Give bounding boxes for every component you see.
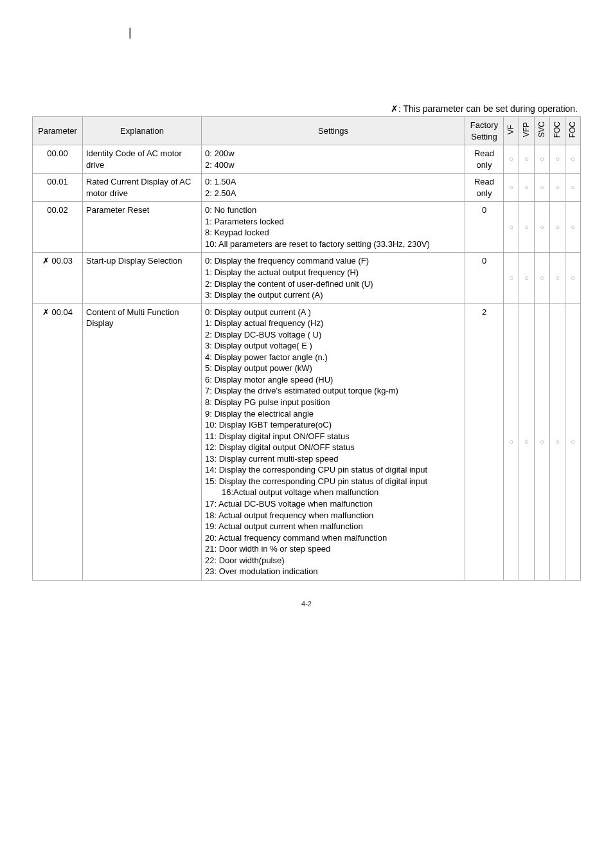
header-flag-foc1: FOC — [550, 117, 565, 145]
parameter-table: Parameter Explanation Settings Factory S… — [32, 116, 581, 581]
cell-flag: ○ — [519, 303, 535, 580]
setting-line: 2: 2.50A — [205, 188, 461, 199]
setting-line: 10: All parameters are reset to factory … — [205, 239, 461, 250]
header-flag-vfp: VFP — [519, 117, 535, 145]
setting-line: 0: Display output current (A ) — [205, 307, 461, 318]
header-settings: Settings — [202, 117, 465, 145]
table-row: ✗ 00.04Content of Multi Function Display… — [33, 303, 581, 580]
setting-line: 0: 200w — [205, 148, 461, 159]
table-row: 00.01Rated Current Display of AC motor d… — [33, 174, 581, 202]
cell-flag: ○ — [550, 202, 565, 253]
setting-line: 17: Actual DC-BUS voltage when malfuncti… — [205, 498, 461, 510]
setting-line: 1: Display the actual output frequency (… — [205, 267, 461, 278]
cell-flag: ○ — [535, 145, 550, 174]
header-flag-vf: VF — [504, 117, 519, 145]
cell-parameter: 00.00 — [33, 145, 83, 174]
setting-line: 10: Display IGBT temperature(oC) — [205, 419, 461, 431]
cell-explanation: Rated Current Display of AC motor drive — [83, 174, 202, 202]
setting-line: 15: Display the corresponding CPU pin st… — [205, 476, 461, 498]
cell-flag: ○ — [519, 253, 535, 303]
cell-parameter: ✗ 00.04 — [33, 303, 83, 580]
cell-settings: 0: Display the frequency command value (… — [202, 253, 465, 303]
header-flag-foc2: FOC — [565, 117, 581, 145]
setting-line: 8: Keypad locked — [205, 227, 461, 239]
setting-line: 6: Display motor angle speed (HU) — [205, 374, 461, 386]
table-row: ✗ 00.03Start-up Display Selection0: Disp… — [33, 253, 581, 303]
cell-explanation: Identity Code of AC motor drive — [83, 145, 202, 174]
table-row: 00.02Parameter Reset0: No function1: Par… — [33, 202, 581, 253]
cell-explanation: Content of Multi Function Display — [83, 303, 202, 580]
cell-parameter: 00.01 — [33, 174, 83, 202]
cell-flag: ○ — [550, 253, 565, 303]
setting-line: 5: Display output power (kW) — [205, 363, 461, 374]
cell-flag: ○ — [550, 303, 565, 580]
cell-flag: ○ — [504, 303, 519, 580]
cell-flag: ○ — [535, 303, 550, 580]
cell-flag: ○ — [550, 174, 565, 202]
setting-line: 20: Actual frequency command when malfun… — [205, 532, 461, 544]
setting-line: 3: Display output voltage( E ) — [205, 340, 461, 352]
setting-line: 14: Display the corresponding CPU pin st… — [205, 464, 461, 476]
cell-flag: ○ — [504, 253, 519, 303]
header-flag-svc: SVC — [535, 117, 550, 145]
setting-line: 7: Display the drive's estimated output … — [205, 385, 461, 397]
setting-line: 2: Display DC-BUS voltage ( U) — [205, 329, 461, 341]
cell-flag: ○ — [565, 202, 581, 253]
cell-settings: 0: Display output current (A )1: Display… — [202, 303, 465, 580]
cell-factory: Read only — [465, 174, 504, 202]
setting-line: 0: Display the frequency command value (… — [205, 255, 461, 267]
cell-flag: ○ — [550, 145, 565, 174]
setting-line: 8: Display PG pulse input position — [205, 397, 461, 408]
setting-line: 22: Door width(pulse) — [205, 555, 461, 566]
note-text: : This parameter can be set during opera… — [398, 104, 578, 114]
cell-settings: 0: 200w2: 400w — [202, 145, 465, 174]
setting-line: 1: Display actual frequency (Hz) — [205, 318, 461, 329]
setting-line: 13: Display current multi-step speed — [205, 453, 461, 465]
cell-flag: ○ — [519, 145, 535, 174]
cell-settings: 0: No function1: Parameters locked8: Key… — [202, 202, 465, 253]
cell-flag: ○ — [565, 253, 581, 303]
cell-flag: ○ — [519, 174, 535, 202]
cell-factory: 0 — [465, 253, 504, 303]
cell-factory: 0 — [465, 202, 504, 253]
cell-flag: ○ — [504, 145, 519, 174]
setting-line: 3: Display the output current (A) — [205, 289, 461, 301]
cell-flag: ○ — [504, 202, 519, 253]
cell-flag: ○ — [565, 145, 581, 174]
page-number: 4-2 — [32, 600, 581, 608]
table-row: 00.00Identity Code of AC motor drive0: 2… — [33, 145, 581, 174]
cell-factory: Read only — [465, 145, 504, 174]
header-factory: Factory Setting — [465, 117, 504, 145]
setting-line: 19: Actual output current when malfuncti… — [205, 521, 461, 532]
cell-flag: ○ — [565, 303, 581, 580]
note-line: ✗: This parameter can be set during oper… — [32, 104, 578, 114]
header-parameter: Parameter — [33, 117, 83, 145]
setting-line: 12: Display digital output ON/OFF status — [205, 442, 461, 453]
cell-parameter: ✗ 00.03 — [33, 253, 83, 303]
cell-flag: ○ — [535, 202, 550, 253]
cell-flag: ○ — [535, 253, 550, 303]
cell-flag: ○ — [535, 174, 550, 202]
cell-flag: ○ — [565, 174, 581, 202]
setting-line: 21: Door width in % or step speed — [205, 543, 461, 555]
cell-flag: ○ — [504, 174, 519, 202]
setting-line: 1: Parameters locked — [205, 216, 461, 228]
text-cursor-indicator: | — [129, 26, 581, 39]
cell-explanation: Start-up Display Selection — [83, 253, 202, 303]
cell-settings: 0: 1.50A2: 2.50A — [202, 174, 465, 202]
setting-line: 23: Over modulation indication — [205, 566, 461, 577]
cell-factory: 2 — [465, 303, 504, 580]
setting-line: 2: Display the content of user-defined u… — [205, 278, 461, 290]
cell-explanation: Parameter Reset — [83, 202, 202, 253]
setting-line: 2: 400w — [205, 159, 461, 171]
setting-line: 9: Display the electrical angle — [205, 408, 461, 420]
note-symbol: ✗ — [391, 104, 398, 114]
cell-parameter: 00.02 — [33, 202, 83, 253]
setting-line: 0: 1.50A — [205, 176, 461, 188]
setting-line: 18: Actual output frequency when malfunc… — [205, 510, 461, 521]
cell-flag: ○ — [519, 202, 535, 253]
header-explanation: Explanation — [83, 117, 202, 145]
setting-line: 4: Display power factor angle (n.) — [205, 352, 461, 363]
setting-line: 0: No function — [205, 204, 461, 216]
setting-line: 11: Display digital input ON/OFF status — [205, 431, 461, 442]
